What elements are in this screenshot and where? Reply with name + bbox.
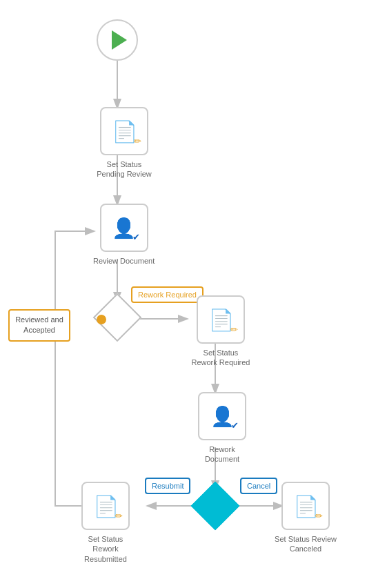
resubmit-annotation: Resubmit	[145, 478, 190, 494]
set-status-canceled-node: 📄 ✏ Set Status Review Canceled	[275, 482, 337, 554]
review-document-shape: 👤 ✔	[100, 204, 148, 252]
play-icon	[112, 30, 127, 50]
rework-document-label: Rework Document	[191, 444, 253, 464]
pen2-icon: ✏	[230, 324, 238, 335]
set-status-pending-label: Set Status Pending Review	[93, 159, 155, 179]
set-status-rework-label: Set Status Rework Required	[190, 348, 252, 368]
pen4-icon: ✏	[315, 511, 323, 521]
set-status-rework-node: 📄 ✏ Set Status Rework Required	[190, 295, 252, 368]
start-node	[97, 19, 138, 61]
review-document-node: 👤 ✔ Review Document	[93, 204, 155, 266]
set-status-resubmitted-node: 📄 ✏ Set Status Rework Resubmitted	[75, 482, 137, 564]
pen-icon: ✏	[134, 136, 141, 146]
pen3-icon: ✏	[115, 511, 123, 521]
orange-dot	[97, 315, 106, 324]
set-status-pending-node: 📄 ✏ Set Status Pending Review	[93, 107, 155, 179]
rework-document-shape: 👤 ✔	[198, 392, 246, 440]
rework-document-node: 👤 ✔ Rework Document	[191, 392, 253, 464]
review-document-label: Review Document	[93, 256, 155, 266]
check2-icon: ✔	[231, 420, 239, 431]
set-status-resubmitted-shape: 📄 ✏	[81, 482, 130, 530]
gateway2-shape	[191, 482, 240, 531]
start-circle	[97, 19, 138, 61]
gateway2-node	[198, 489, 232, 523]
set-status-pending-shape: 📄 ✏	[100, 107, 148, 155]
set-status-canceled-shape: 📄 ✏	[281, 482, 330, 530]
cancel-annotation: Cancel	[240, 478, 277, 494]
set-status-rework-shape: 📄 ✏	[197, 295, 245, 344]
set-status-resubmitted-label: Set Status Rework Resubmitted	[75, 534, 137, 564]
check-icon: ✔	[132, 232, 140, 242]
reviewed-accepted-label: Reviewed and Accepted	[8, 309, 70, 342]
set-status-canceled-label: Set Status Review Canceled	[275, 534, 337, 554]
workflow-canvas: 📄 ✏ Set Status Pending Review 👤 ✔ Review…	[0, 0, 367, 588]
